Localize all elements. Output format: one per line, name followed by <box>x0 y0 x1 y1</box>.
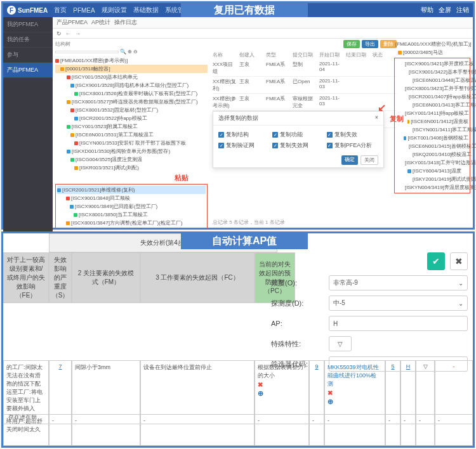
table-row[interactable]: XXX项目组王衷FMEA系型制2021-11-04 <box>213 60 397 77</box>
close-icon[interactable]: × <box>375 114 378 122</box>
confirm-button[interactable]: ✔ <box>427 252 445 270</box>
cancel-button[interactable]: ✖ <box>450 252 468 270</box>
nav-logout[interactable]: 注销 <box>456 6 469 15</box>
nav-rules[interactable]: 规则设置 <box>102 6 127 15</box>
arrow-left-icon: ↙ <box>378 101 386 114</box>
tree-item[interactable]: [ISCX8001/3850]当工工顺棱工 <box>63 211 206 219</box>
tree-item[interactable]: [ISKQ2001/3410]模棱温工 <box>401 150 468 159</box>
ap-input[interactable]: H <box>329 316 468 331</box>
col-fe: 对于上一较高级别要素和/或终用户的失效影响（FE） <box>3 252 49 303</box>
crumb-log[interactable]: 操作日志 <box>114 18 137 27</box>
tree-item[interactable]: [ISCYN001/3411]界工工顺棱温工 <box>401 126 468 134</box>
tree-item[interactable]: [ISCE6N001/3531]第工工顺棱温工 <box>64 131 208 139</box>
search-icon[interactable]: 🔍 <box>120 49 126 55</box>
nav-data[interactable]: 基础数据 <box>133 6 159 15</box>
right-root[interactable]: [FMEA001/XXX精密公司(机加工)] <box>395 41 472 48</box>
tree-root[interactable]: [FMEA001/XX精密(参考示例)] <box>60 57 128 64</box>
refresh-icon[interactable]: ↻ <box>56 30 62 37</box>
remove-icon[interactable]: ✖ <box>258 381 263 388</box>
search-input[interactable] <box>55 51 119 53</box>
tree-item[interactable]: [ISCX9001/3848]回工顺棱 <box>63 194 206 202</box>
export-button[interactable]: 导出 <box>362 40 378 48</box>
ap-label: AP: <box>271 320 325 327</box>
cell-d-value[interactable]: 5 <box>391 363 394 370</box>
sidebar-item-product[interactable]: 产品PFMEA <box>3 63 53 78</box>
copy-option-checkbox[interactable]: ✓复制PFEA分析 <box>327 141 378 150</box>
nav-home[interactable]: 首页 <box>54 6 67 15</box>
tree-item[interactable]: [ISCR2001/3840]特app板棱工 <box>63 227 206 229</box>
nav-fullscreen[interactable]: 全屏 <box>439 6 451 15</box>
tree-item[interactable]: [ISCG004/3525]温度注意测温 <box>64 155 208 164</box>
freq-select[interactable]: 非常高-9⌄ <box>329 275 468 290</box>
tree-item[interactable]: [ISKY001/3418]工并守时边形温度温工 <box>401 159 468 167</box>
tree-item[interactable]: [ISCE6N001/3415]首钢模棱工 <box>401 142 468 150</box>
cell-pc-val[interactable]: 9 <box>315 363 318 370</box>
crumb-ap[interactable]: AP统计 <box>91 18 110 27</box>
back-icon[interactable]: ← <box>65 30 71 37</box>
tree-item[interactable]: [ISCE6N001/3448]工器板源(型控工厂) <box>401 76 468 84</box>
copy-option-checkbox[interactable]: ✓复制验证网 <box>218 141 270 150</box>
right-sub[interactable]: [00002/3485]马达 <box>403 49 443 56</box>
tree-root-sub[interactable]: [00001/3518触控器] <box>65 65 110 72</box>
col-s: 失效影响的严重度（S） <box>49 252 72 303</box>
tree-item[interactable]: [ISKYN004/3419]奔温层度板测开 <box>401 183 468 192</box>
tree-item[interactable]: [ISCR2001/3407]特app板棱工 <box>401 93 468 101</box>
tree-item[interactable]: [ISCR2001/3522]特app模棱工 <box>64 114 208 122</box>
save-button[interactable]: 保存 <box>343 40 360 48</box>
copy-option-checkbox[interactable]: ✓复制功能 <box>272 131 324 139</box>
freq-label: 频度(O): <box>271 278 325 288</box>
collapse-icon[interactable]: ⊖ <box>133 49 138 55</box>
table-row[interactable]: XX精密(复利)王衷FMEA系已Open2021-11-03 <box>213 77 397 94</box>
tree-item[interactable]: [ISCX9001/3849]已回路影(型控工厂) <box>63 202 206 211</box>
det-select[interactable]: 中-5⌄ <box>329 296 468 311</box>
add-icon[interactable]: ⊕ <box>327 398 333 406</box>
cell-fe-2: 终用户:超出舒关闭时间太久 <box>3 414 49 446</box>
crumb-product[interactable]: 产品PFMEA <box>56 18 88 27</box>
spec-select[interactable]: ▽ <box>329 336 352 351</box>
tree-item[interactable]: [ISCYN001/3533]安装钉 取开干部丁器板围下板 <box>64 139 208 147</box>
tree-item[interactable]: [ISCX8001/3847]方向调整(检定单工厂)(检定工厂) <box>63 219 206 227</box>
forward-icon[interactable]: → <box>75 30 81 37</box>
tree-item[interactable]: [ISKT001/3406]首钢模棱工 <box>401 134 468 142</box>
tree-item[interactable]: [ISCX9001/3421]界开度模工板 <box>401 60 468 68</box>
pasted-root[interactable]: [ISCR2001/3521]单维维修(复利) <box>62 186 135 193</box>
tree-item[interactable]: [ISCX8001/3423]工并手整刊模工 <box>401 84 468 93</box>
nav-pfmea[interactable]: PFMEA <box>73 7 95 14</box>
cell-ap-value[interactable]: H <box>406 363 411 370</box>
chevron-down-icon: ⌄ <box>458 300 463 307</box>
modal-cancel-button[interactable]: 关闭 <box>360 155 378 165</box>
tree-item[interactable]: [ISCX8001/3526]检查履带时确认下板有装(型控工厂) <box>64 89 208 98</box>
grid-header: 名称创建人类型提交日期开始日期结束日期状态 <box>213 50 397 60</box>
tree-item[interactable]: [ISCX8001/3532]固定板材(型控工厂) <box>64 106 208 114</box>
det-label: 探测度(D): <box>271 299 325 308</box>
logo: FSunFMEA <box>7 6 48 15</box>
modal-ok-button[interactable]: 确定 <box>341 155 358 165</box>
copy-option-checkbox[interactable]: ✓复制失效 <box>327 131 378 139</box>
add-icon[interactable]: ⊕ <box>258 389 263 398</box>
sidebar-item-participate[interactable]: 参与 <box>3 48 53 63</box>
tree-item[interactable]: [ISCE6N001/3413]界工工顺棱温工 <box>401 101 468 109</box>
copy-options-modal: 选择复制的数据× ✓复制结构✓复制功能✓复制失效✓复制验证网✓复制失效网✓复制P… <box>213 111 384 168</box>
left-tree: 结构树 🔍⊕⊖ [FMEA001/XX精密(参考示例)] [00001/3518… <box>55 40 208 229</box>
sidebar-item-mytask[interactable]: 我的任务 <box>3 32 53 48</box>
remove-icon[interactable]: ✖ <box>327 389 333 396</box>
tree-item[interactable]: [ISCX8001/3527]5峰连接器先将数据顺至板围(型控工厂) <box>64 98 208 106</box>
copy-option-checkbox[interactable]: ✓复制结构 <box>218 131 270 139</box>
copy-option-checkbox[interactable]: ✓复制失效网 <box>272 141 324 150</box>
expand-icon[interactable]: ⊕ <box>128 49 132 55</box>
table-row[interactable]: XX精密(参考示例)王衷FMEA系审核根据完全2021-11-03 <box>213 94 397 111</box>
tree-item[interactable]: [ISCY6004/3413]温度 <box>401 167 468 175</box>
tree-item[interactable]: [ISCX9001/3528]回路电机本体木工细分(型控工厂) <box>64 81 208 89</box>
tree-item[interactable]: [ISCE6N001/3412]温贵板 <box>401 117 468 126</box>
sidebar-item-mypfmea[interactable]: 我的PFMEA <box>3 17 53 32</box>
tree-item[interactable]: [ISKY2001/3419]调试试贵摁度 <box>401 175 468 183</box>
tree-item[interactable]: [ISKXD001/3530]检阅验查单元外形图(暂存) <box>64 147 208 155</box>
tree-item[interactable]: [ISCY001/3520]基本结构单元 <box>64 73 208 81</box>
tree-item[interactable]: [ISKR003/3521]调试(则配) <box>64 164 208 172</box>
breadcrumb: 产品PFMEA AP统计 操作日志 <box>53 17 473 29</box>
tree-item[interactable]: [ISKY001/3411]特app板棱工 <box>401 109 468 117</box>
reuse-data-banner: 复用已有数据 <box>181 3 308 17</box>
nav-help[interactable]: 帮助 <box>421 6 433 15</box>
tree-item[interactable]: [ISCX9001/3422]基本手整刊模工 <box>401 68 468 76</box>
tree-item[interactable]: [ISCY001/3523]附属工顺棱工 <box>64 122 208 131</box>
